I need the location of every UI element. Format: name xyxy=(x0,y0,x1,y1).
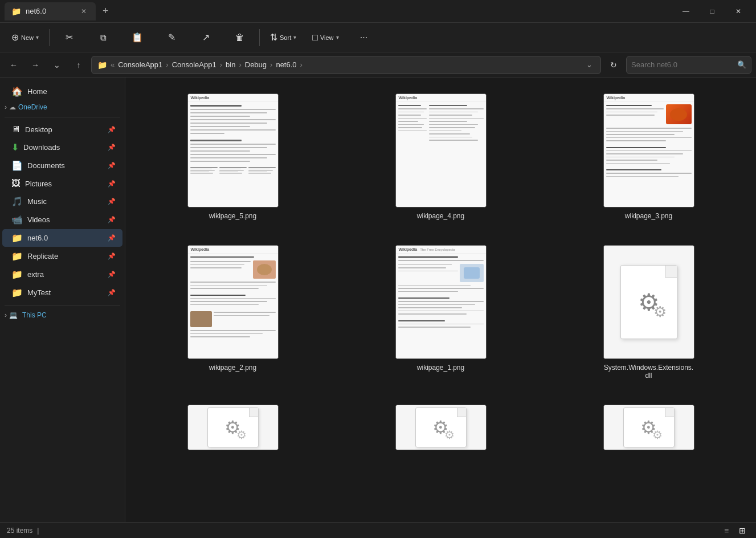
copy-icon: ⧉ xyxy=(100,32,107,43)
wiki5-line xyxy=(190,154,276,155)
wiki3-preview: Wikipedia xyxy=(604,94,694,207)
mytest-label: MyTest xyxy=(27,288,103,297)
sidebar-item-desktop[interactable]: 🖥 Desktop 📌 xyxy=(2,121,122,138)
item-count: 25 items xyxy=(7,527,32,535)
wiki2-header: Wikipedia xyxy=(188,246,278,254)
home-icon: 🏠 xyxy=(11,86,23,97)
file-item-dll-extensions[interactable]: ⚙ ⚙ System.Windows.Extensions.dll xyxy=(550,238,747,386)
tab-net60[interactable]: 📁 net6.0 ✕ xyxy=(5,2,96,21)
sidebar-item-home[interactable]: 🏠 Home xyxy=(2,83,122,100)
home-label: Home xyxy=(27,87,116,96)
share-button[interactable]: ↗ xyxy=(190,25,222,50)
wiki5-line xyxy=(190,161,250,162)
rename-button[interactable]: ✎ xyxy=(156,25,187,50)
pictures-pin-icon: 📌 xyxy=(108,180,116,188)
grid-view-button[interactable]: ⊞ xyxy=(735,524,749,537)
file-item-wikipage5[interactable]: Wikipedia xyxy=(134,87,331,227)
cut-button[interactable]: ✂ xyxy=(53,25,85,50)
recent-locations-button[interactable]: ⌄ xyxy=(48,56,66,74)
file-item-dll-3[interactable]: ⚙ ⚙ xyxy=(342,398,539,462)
up-button[interactable]: ↑ xyxy=(70,56,88,74)
file-item-wikipage3[interactable]: Wikipedia xyxy=(550,87,747,227)
breadcrumb-part-3: bin xyxy=(226,60,235,69)
paste-button[interactable]: 📋 xyxy=(121,25,153,50)
wiki5-line xyxy=(190,150,250,152)
downloads-pin-icon: 📌 xyxy=(108,144,116,151)
delete-button[interactable]: 🗑 xyxy=(224,25,256,50)
sort-button[interactable]: ⇅ Sort ▾ xyxy=(263,25,303,50)
file-item-dll-4[interactable]: ⚙ ⚙ xyxy=(550,398,747,462)
refresh-button[interactable]: ↻ xyxy=(604,56,623,74)
sidebar-item-replicate[interactable]: 📁 Replicate 📌 xyxy=(2,247,122,265)
view-icon: □ xyxy=(312,32,318,43)
file-name-wikipage5: wikipage_5.png xyxy=(209,212,256,220)
search-input[interactable] xyxy=(631,60,734,69)
file-thumbnail-dll-extensions: ⚙ ⚙ xyxy=(603,245,694,359)
sort-dropdown-arrow: ▾ xyxy=(293,34,296,40)
sidebar-item-documents[interactable]: 📄 Documents 📌 xyxy=(2,157,122,174)
copy-button[interactable]: ⧉ xyxy=(87,25,119,50)
extra-folder-icon: 📁 xyxy=(11,269,23,280)
wiki4-header: Wikipedia xyxy=(396,94,486,102)
maximize-button[interactable]: □ xyxy=(699,2,725,21)
sidebar-item-downloads[interactable]: ⬇ Downloads 📌 xyxy=(2,138,122,156)
desktop-icon: 🖥 xyxy=(11,124,21,134)
pictures-icon: 🖼 xyxy=(11,178,21,189)
search-box[interactable]: 🔍 xyxy=(626,56,751,74)
file-item-dll-2[interactable]: ⚙ ⚙ xyxy=(134,398,331,462)
forward-button[interactable]: → xyxy=(26,56,44,74)
wiki4-body xyxy=(396,102,486,207)
file-thumbnail-dll-4: ⚙ ⚙ xyxy=(603,405,694,450)
file-item-wikipage4[interactable]: Wikipedia xyxy=(342,87,539,227)
wiki5-line xyxy=(190,112,267,113)
file-item-wikipage1[interactable]: Wikipedia The Free Encyclopedia xyxy=(342,238,539,386)
view-button[interactable]: □ View ▾ xyxy=(305,25,345,50)
view-label: View xyxy=(320,34,334,41)
pictures-label: Pictures xyxy=(25,180,103,188)
file-item-wikipage2[interactable]: Wikipedia xyxy=(134,238,331,386)
wiki5-line xyxy=(190,105,242,107)
file-area: Wikipedia xyxy=(125,78,756,522)
wiki5-line xyxy=(190,157,267,158)
sidebar-item-pictures[interactable]: 🖼 Pictures 📌 xyxy=(2,175,122,192)
videos-label: Videos xyxy=(27,215,103,224)
file-thumbnail-wikipage1: Wikipedia The Free Encyclopedia xyxy=(395,245,487,359)
tab-title: net6.0 xyxy=(26,7,46,15)
delete-icon: 🗑 xyxy=(235,32,244,43)
cut-icon: ✂ xyxy=(66,32,73,43)
desktop-label: Desktop xyxy=(25,125,103,134)
back-button[interactable]: ← xyxy=(5,56,23,74)
wiki5-line xyxy=(190,144,276,145)
sidebar-thispc-expand[interactable]: › 💻 This PC xyxy=(0,309,125,321)
wiki5-body xyxy=(188,102,278,207)
dll-extensions-preview: ⚙ ⚙ xyxy=(604,246,694,358)
sidebar-item-music[interactable]: 🎵 Music 📌 xyxy=(2,193,122,210)
expand-arrow: › xyxy=(5,103,7,111)
sidebar-item-extra[interactable]: 📁 extra 📌 xyxy=(2,266,122,283)
file-name-wikipage4: wikipage_4.png xyxy=(417,212,464,220)
sidebar-item-net60[interactable]: 📁 net6.0 📌 xyxy=(2,229,122,247)
minimize-button[interactable]: — xyxy=(673,2,699,21)
wiki2-preview: Wikipedia xyxy=(188,246,278,358)
sidebar-item-videos[interactable]: 📹 Videos 📌 xyxy=(2,211,122,229)
new-tab-button[interactable]: + xyxy=(96,2,116,21)
tab-close-button[interactable]: ✕ xyxy=(79,6,89,17)
address-dropdown-arrow[interactable]: ⌄ xyxy=(584,60,595,69)
sidebar-item-mytest[interactable]: 📁 MyTest 📌 xyxy=(2,284,122,301)
mytest-pin-icon: 📌 xyxy=(108,289,116,296)
dll-4-preview: ⚙ ⚙ xyxy=(604,405,694,450)
thispc-label: This PC xyxy=(22,311,47,319)
cursor-indicator: | xyxy=(37,527,39,535)
file-thumbnail-dll-2: ⚙ ⚙ xyxy=(187,405,279,450)
sidebar-onedrive-expand[interactable]: › ☁ OneDrive xyxy=(0,101,125,113)
close-button[interactable]: ✕ xyxy=(725,2,751,21)
new-button[interactable]: ⊕ New ▾ xyxy=(5,25,46,50)
breadcrumb-part-4: Debug xyxy=(245,60,267,69)
list-view-button[interactable]: ≡ xyxy=(720,524,733,537)
replicate-folder-icon: 📁 xyxy=(11,251,23,262)
more-button[interactable]: ··· xyxy=(348,25,380,50)
wiki1-body xyxy=(396,254,486,358)
mytest-folder-icon: 📁 xyxy=(11,287,23,298)
address-input[interactable]: 📁 « ConsoleApp1 › ConsoleApp1 › bin › De… xyxy=(91,56,601,74)
share-icon: ↗ xyxy=(202,32,210,43)
